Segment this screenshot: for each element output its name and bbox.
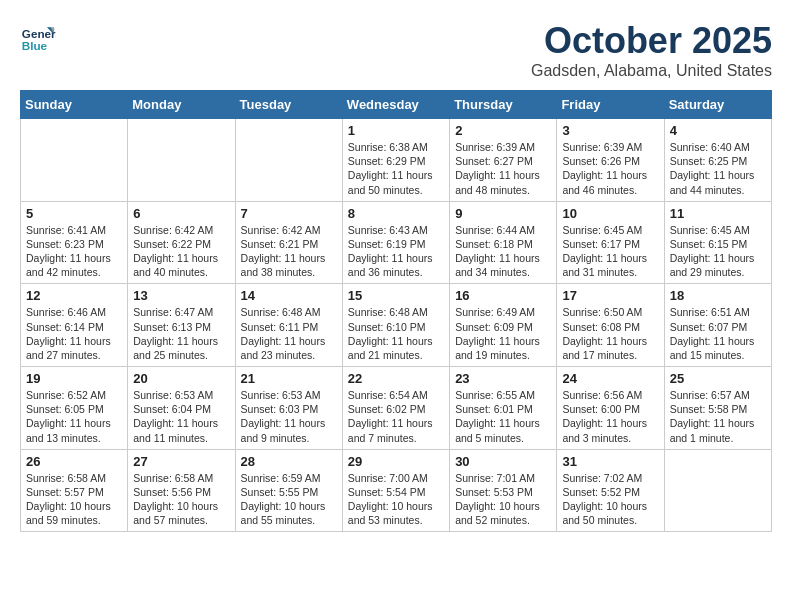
cell-info: Sunrise: 6:51 AMSunset: 6:07 PMDaylight:…	[670, 305, 766, 362]
calendar-cell: 29Sunrise: 7:00 AMSunset: 5:54 PMDayligh…	[342, 449, 449, 532]
day-number: 12	[26, 288, 122, 303]
day-number: 15	[348, 288, 444, 303]
day-number: 28	[241, 454, 337, 469]
cell-info: Sunrise: 6:39 AMSunset: 6:27 PMDaylight:…	[455, 140, 551, 197]
month-title: October 2025	[531, 20, 772, 62]
calendar-cell: 2Sunrise: 6:39 AMSunset: 6:27 PMDaylight…	[450, 119, 557, 202]
calendar-cell: 30Sunrise: 7:01 AMSunset: 5:53 PMDayligh…	[450, 449, 557, 532]
calendar-cell: 26Sunrise: 6:58 AMSunset: 5:57 PMDayligh…	[21, 449, 128, 532]
calendar-cell: 13Sunrise: 6:47 AMSunset: 6:13 PMDayligh…	[128, 284, 235, 367]
cell-info: Sunrise: 6:42 AMSunset: 6:21 PMDaylight:…	[241, 223, 337, 280]
cell-info: Sunrise: 7:01 AMSunset: 5:53 PMDaylight:…	[455, 471, 551, 528]
day-number: 19	[26, 371, 122, 386]
day-number: 13	[133, 288, 229, 303]
calendar-cell: 7Sunrise: 6:42 AMSunset: 6:21 PMDaylight…	[235, 201, 342, 284]
day-number: 27	[133, 454, 229, 469]
cell-info: Sunrise: 6:50 AMSunset: 6:08 PMDaylight:…	[562, 305, 658, 362]
calendar-cell: 28Sunrise: 6:59 AMSunset: 5:55 PMDayligh…	[235, 449, 342, 532]
calendar-cell: 27Sunrise: 6:58 AMSunset: 5:56 PMDayligh…	[128, 449, 235, 532]
cell-info: Sunrise: 6:43 AMSunset: 6:19 PMDaylight:…	[348, 223, 444, 280]
cell-info: Sunrise: 6:57 AMSunset: 5:58 PMDaylight:…	[670, 388, 766, 445]
calendar-cell: 21Sunrise: 6:53 AMSunset: 6:03 PMDayligh…	[235, 367, 342, 450]
calendar-cell: 8Sunrise: 6:43 AMSunset: 6:19 PMDaylight…	[342, 201, 449, 284]
day-number: 22	[348, 371, 444, 386]
calendar-cell: 20Sunrise: 6:53 AMSunset: 6:04 PMDayligh…	[128, 367, 235, 450]
calendar-cell: 16Sunrise: 6:49 AMSunset: 6:09 PMDayligh…	[450, 284, 557, 367]
day-number: 5	[26, 206, 122, 221]
calendar-cell: 5Sunrise: 6:41 AMSunset: 6:23 PMDaylight…	[21, 201, 128, 284]
page-header: General Blue October 2025 Gadsden, Alaba…	[20, 20, 772, 80]
cell-info: Sunrise: 6:44 AMSunset: 6:18 PMDaylight:…	[455, 223, 551, 280]
cell-info: Sunrise: 6:42 AMSunset: 6:22 PMDaylight:…	[133, 223, 229, 280]
cell-info: Sunrise: 6:40 AMSunset: 6:25 PMDaylight:…	[670, 140, 766, 197]
calendar-cell: 12Sunrise: 6:46 AMSunset: 6:14 PMDayligh…	[21, 284, 128, 367]
calendar-cell: 25Sunrise: 6:57 AMSunset: 5:58 PMDayligh…	[664, 367, 771, 450]
calendar-cell: 22Sunrise: 6:54 AMSunset: 6:02 PMDayligh…	[342, 367, 449, 450]
svg-text:Blue: Blue	[22, 39, 48, 52]
calendar-cell: 6Sunrise: 6:42 AMSunset: 6:22 PMDaylight…	[128, 201, 235, 284]
cell-info: Sunrise: 6:58 AMSunset: 5:56 PMDaylight:…	[133, 471, 229, 528]
cell-info: Sunrise: 6:53 AMSunset: 6:03 PMDaylight:…	[241, 388, 337, 445]
day-number: 26	[26, 454, 122, 469]
logo-icon: General Blue	[20, 20, 56, 56]
day-number: 9	[455, 206, 551, 221]
weekday-header-monday: Monday	[128, 91, 235, 119]
day-number: 1	[348, 123, 444, 138]
calendar-cell: 11Sunrise: 6:45 AMSunset: 6:15 PMDayligh…	[664, 201, 771, 284]
cell-info: Sunrise: 6:54 AMSunset: 6:02 PMDaylight:…	[348, 388, 444, 445]
weekday-header-friday: Friday	[557, 91, 664, 119]
day-number: 25	[670, 371, 766, 386]
calendar-cell: 19Sunrise: 6:52 AMSunset: 6:05 PMDayligh…	[21, 367, 128, 450]
calendar-cell: 4Sunrise: 6:40 AMSunset: 6:25 PMDaylight…	[664, 119, 771, 202]
calendar-week-0: 1Sunrise: 6:38 AMSunset: 6:29 PMDaylight…	[21, 119, 772, 202]
calendar-cell: 24Sunrise: 6:56 AMSunset: 6:00 PMDayligh…	[557, 367, 664, 450]
cell-info: Sunrise: 6:38 AMSunset: 6:29 PMDaylight:…	[348, 140, 444, 197]
day-number: 11	[670, 206, 766, 221]
weekday-header-row: SundayMondayTuesdayWednesdayThursdayFrid…	[21, 91, 772, 119]
calendar-week-3: 19Sunrise: 6:52 AMSunset: 6:05 PMDayligh…	[21, 367, 772, 450]
weekday-header-thursday: Thursday	[450, 91, 557, 119]
calendar-table: SundayMondayTuesdayWednesdayThursdayFrid…	[20, 90, 772, 532]
cell-info: Sunrise: 6:48 AMSunset: 6:11 PMDaylight:…	[241, 305, 337, 362]
cell-info: Sunrise: 7:00 AMSunset: 5:54 PMDaylight:…	[348, 471, 444, 528]
day-number: 31	[562, 454, 658, 469]
day-number: 29	[348, 454, 444, 469]
calendar-cell: 17Sunrise: 6:50 AMSunset: 6:08 PMDayligh…	[557, 284, 664, 367]
day-number: 4	[670, 123, 766, 138]
cell-info: Sunrise: 6:45 AMSunset: 6:17 PMDaylight:…	[562, 223, 658, 280]
calendar-cell: 23Sunrise: 6:55 AMSunset: 6:01 PMDayligh…	[450, 367, 557, 450]
calendar-cell: 18Sunrise: 6:51 AMSunset: 6:07 PMDayligh…	[664, 284, 771, 367]
calendar-week-2: 12Sunrise: 6:46 AMSunset: 6:14 PMDayligh…	[21, 284, 772, 367]
cell-info: Sunrise: 6:53 AMSunset: 6:04 PMDaylight:…	[133, 388, 229, 445]
weekday-header-tuesday: Tuesday	[235, 91, 342, 119]
calendar-cell	[235, 119, 342, 202]
day-number: 14	[241, 288, 337, 303]
calendar-cell	[128, 119, 235, 202]
title-block: October 2025 Gadsden, Alabama, United St…	[531, 20, 772, 80]
calendar-cell: 31Sunrise: 7:02 AMSunset: 5:52 PMDayligh…	[557, 449, 664, 532]
day-number: 23	[455, 371, 551, 386]
cell-info: Sunrise: 7:02 AMSunset: 5:52 PMDaylight:…	[562, 471, 658, 528]
cell-info: Sunrise: 6:41 AMSunset: 6:23 PMDaylight:…	[26, 223, 122, 280]
calendar-cell: 15Sunrise: 6:48 AMSunset: 6:10 PMDayligh…	[342, 284, 449, 367]
calendar-cell: 9Sunrise: 6:44 AMSunset: 6:18 PMDaylight…	[450, 201, 557, 284]
day-number: 21	[241, 371, 337, 386]
day-number: 17	[562, 288, 658, 303]
calendar-cell: 3Sunrise: 6:39 AMSunset: 6:26 PMDaylight…	[557, 119, 664, 202]
cell-info: Sunrise: 6:46 AMSunset: 6:14 PMDaylight:…	[26, 305, 122, 362]
day-number: 6	[133, 206, 229, 221]
day-number: 2	[455, 123, 551, 138]
cell-info: Sunrise: 6:49 AMSunset: 6:09 PMDaylight:…	[455, 305, 551, 362]
day-number: 16	[455, 288, 551, 303]
day-number: 18	[670, 288, 766, 303]
location: Gadsden, Alabama, United States	[531, 62, 772, 80]
cell-info: Sunrise: 6:55 AMSunset: 6:01 PMDaylight:…	[455, 388, 551, 445]
cell-info: Sunrise: 6:48 AMSunset: 6:10 PMDaylight:…	[348, 305, 444, 362]
calendar-cell	[664, 449, 771, 532]
cell-info: Sunrise: 6:45 AMSunset: 6:15 PMDaylight:…	[670, 223, 766, 280]
cell-info: Sunrise: 6:56 AMSunset: 6:00 PMDaylight:…	[562, 388, 658, 445]
logo: General Blue	[20, 20, 60, 56]
weekday-header-wednesday: Wednesday	[342, 91, 449, 119]
calendar-week-4: 26Sunrise: 6:58 AMSunset: 5:57 PMDayligh…	[21, 449, 772, 532]
calendar-cell: 10Sunrise: 6:45 AMSunset: 6:17 PMDayligh…	[557, 201, 664, 284]
